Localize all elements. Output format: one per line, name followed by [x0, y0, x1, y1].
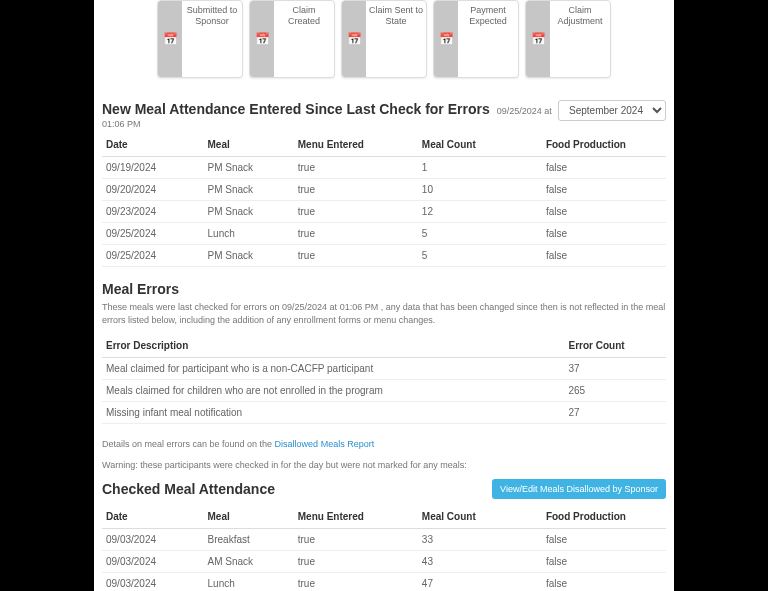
cell-desc: Meal claimed for participant who is a no…	[102, 358, 564, 380]
cell-menu: true	[294, 551, 418, 573]
cell-date: 09/25/2024	[102, 223, 204, 245]
cell-menu: true	[294, 245, 418, 267]
stage-label: Payment Expected	[458, 1, 518, 77]
claim-stage-card[interactable]: 📅Submitted to Sponsor	[157, 0, 243, 78]
table-row: 09/19/2024PM Snacktrue1false	[102, 157, 666, 179]
meal-errors-table: Error Description Error Count Meal claim…	[102, 334, 666, 424]
calendar-icon: 📅	[342, 1, 366, 77]
cell-count: 37	[564, 358, 666, 380]
details-prefix: Details on meal errors can be found on t…	[102, 439, 275, 449]
cell-meal: PM Snack	[204, 179, 294, 201]
calendar-icon: 📅	[526, 1, 550, 77]
claim-stage-card[interactable]: 📅Claim Adjustment	[525, 0, 611, 78]
col-error-desc: Error Description	[102, 334, 564, 358]
cell-prod: false	[542, 157, 666, 179]
checked-attendance-table: Date Meal Menu Entered Meal Count Food P…	[102, 505, 666, 591]
table-row: 09/23/2024PM Snacktrue12false	[102, 201, 666, 223]
cell-count: 5	[418, 245, 542, 267]
calendar-icon: 📅	[434, 1, 458, 77]
table-header-row: Error Description Error Count	[102, 334, 666, 358]
meal-errors-note: These meals were last checked for errors…	[102, 301, 666, 326]
col-menu: Menu Entered	[294, 133, 418, 157]
cell-meal: PM Snack	[204, 245, 294, 267]
cell-prod: false	[542, 529, 666, 551]
cell-count: 43	[418, 551, 542, 573]
cell-menu: true	[294, 529, 418, 551]
new-attendance-table: Date Meal Menu Entered Meal Count Food P…	[102, 133, 666, 267]
stage-label: Claim Sent to State	[366, 1, 426, 77]
cell-menu: true	[294, 179, 418, 201]
col-prod: Food Production	[542, 133, 666, 157]
cell-desc: Missing infant meal notification	[102, 402, 564, 424]
claim-stage-card[interactable]: 📅Payment Expected	[433, 0, 519, 78]
cell-date: 09/25/2024	[102, 245, 204, 267]
cell-meal: PM Snack	[204, 201, 294, 223]
calendar-icon: 📅	[250, 1, 274, 77]
cell-count: 265	[564, 380, 666, 402]
cell-date: 09/03/2024	[102, 573, 204, 591]
table-row: 09/03/2024AM Snacktrue43false	[102, 551, 666, 573]
cell-prod: false	[542, 573, 666, 591]
claim-stage-card[interactable]: 📅Claim Sent to State	[341, 0, 427, 78]
cell-prod: false	[542, 551, 666, 573]
cell-menu: true	[294, 223, 418, 245]
table-header-row: Date Meal Menu Entered Meal Count Food P…	[102, 133, 666, 157]
cell-count: 33	[418, 529, 542, 551]
month-select[interactable]: September 2024	[558, 100, 666, 121]
cell-prod: false	[542, 223, 666, 245]
meal-errors-warning: Warning: these participants were checked…	[102, 459, 666, 472]
meal-errors-details: Details on meal errors can be found on t…	[102, 438, 666, 451]
cell-prod: false	[542, 245, 666, 267]
cell-prod: false	[542, 179, 666, 201]
cell-date: 09/20/2024	[102, 179, 204, 201]
col-error-count: Error Count	[564, 334, 666, 358]
col-meal: Meal	[204, 505, 294, 529]
cell-date: 09/23/2024	[102, 201, 204, 223]
view-edit-disallowed-button[interactable]: View/Edit Meals Disallowed by Sponsor	[492, 479, 666, 499]
cell-count: 47	[418, 573, 542, 591]
stage-label: Claim Adjustment	[550, 1, 610, 77]
table-row: 09/20/2024PM Snacktrue10false	[102, 179, 666, 201]
disallowed-meals-report-link[interactable]: Disallowed Meals Report	[275, 439, 375, 449]
checked-attendance-header: Checked Meal Attendance View/Edit Meals …	[102, 479, 666, 499]
cell-meal: Breakfast	[204, 529, 294, 551]
stage-label: Claim Created	[274, 1, 334, 77]
new-attendance-header: New Meal Attendance Entered Since Last C…	[102, 100, 666, 129]
cell-menu: true	[294, 201, 418, 223]
cell-count: 5	[418, 223, 542, 245]
cell-date: 09/19/2024	[102, 157, 204, 179]
table-row: 09/03/2024Lunchtrue47false	[102, 573, 666, 591]
page-container: 📅Submitted to Sponsor📅Claim Created📅Clai…	[94, 0, 674, 591]
calendar-icon: 📅	[158, 1, 182, 77]
claim-stage-card[interactable]: 📅Claim Created	[249, 0, 335, 78]
col-count: Meal Count	[418, 505, 542, 529]
cell-count: 10	[418, 179, 542, 201]
cell-meal: Lunch	[204, 223, 294, 245]
cell-count: 27	[564, 402, 666, 424]
cell-date: 09/03/2024	[102, 551, 204, 573]
table-row: 09/25/2024PM Snacktrue5false	[102, 245, 666, 267]
cell-desc: Meals claimed for children who are not e…	[102, 380, 564, 402]
table-row: Missing infant meal notification27	[102, 402, 666, 424]
cell-date: 09/03/2024	[102, 529, 204, 551]
col-date: Date	[102, 133, 204, 157]
cell-count: 12	[418, 201, 542, 223]
table-row: Meal claimed for participant who is a no…	[102, 358, 666, 380]
cell-menu: true	[294, 573, 418, 591]
col-menu: Menu Entered	[294, 505, 418, 529]
col-meal: Meal	[204, 133, 294, 157]
col-date: Date	[102, 505, 204, 529]
checked-attendance-title: Checked Meal Attendance	[102, 481, 275, 497]
cell-prod: false	[542, 201, 666, 223]
col-count: Meal Count	[418, 133, 542, 157]
cell-meal: Lunch	[204, 573, 294, 591]
table-row: 09/03/2024Breakfasttrue33false	[102, 529, 666, 551]
meal-errors-title: Meal Errors	[102, 281, 666, 297]
stage-label: Submitted to Sponsor	[182, 1, 242, 77]
col-prod: Food Production	[542, 505, 666, 529]
cell-meal: AM Snack	[204, 551, 294, 573]
cell-meal: PM Snack	[204, 157, 294, 179]
cell-menu: true	[294, 157, 418, 179]
table-row: Meals claimed for children who are not e…	[102, 380, 666, 402]
table-header-row: Date Meal Menu Entered Meal Count Food P…	[102, 505, 666, 529]
